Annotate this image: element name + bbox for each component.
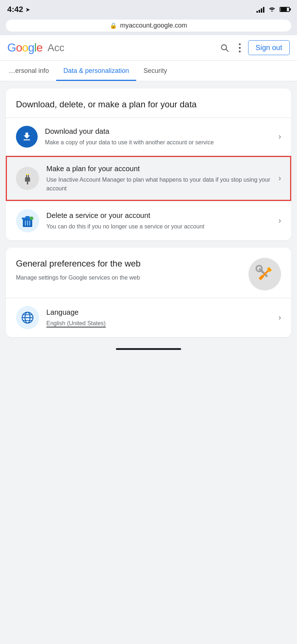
language-item[interactable]: Language English (United States) › [6,298,291,337]
svg-point-4 [239,47,240,49]
download-icon [16,126,38,148]
lock-icon: 🔒 [110,22,117,29]
download-data-content: Download your data Make a copy of your d… [45,127,271,147]
status-time: 4:42 ➤ [7,5,30,14]
language-value: English (United States) [46,319,271,328]
svg-point-5 [239,50,240,52]
data-management-card: Download, delete, or make a plan for you… [6,88,291,240]
data-card-title: Download, delete, or make a plan for you… [6,88,291,117]
logo-e: e [36,41,42,54]
preferences-card: General preferences for the web Manage s… [6,248,291,337]
url-text: myaccount.google.com [120,22,187,29]
tab-personal-info[interactable]: …ersonal info [1,61,56,81]
sign-out-button[interactable]: Sign out [248,40,290,55]
svg-rect-10 [26,174,27,175]
logo-o1: o [16,41,22,54]
delete-service-title: Delete a service or your account [46,211,271,220]
navigation-tabs: …ersonal info Data & personalization Sec… [0,61,297,81]
make-plan-item[interactable]: Make a plan for your account Use Inactiv… [6,156,291,201]
make-plan-desc: Use Inactive Account Manager to plan wha… [46,176,271,193]
more-options-button[interactable] [237,41,243,55]
download-data-desc: Make a copy of your data to use it with … [45,138,271,147]
logo-g: G [7,41,16,54]
more-icon [239,43,241,53]
wifi-icon [268,6,276,13]
logo-o2: o [22,41,28,54]
language-chevron-icon: › [279,313,281,322]
svg-point-18 [30,216,33,220]
make-plan-content: Make a plan for your account Use Inactiv… [46,164,271,193]
header-title: Acc [47,42,64,54]
delete-service-item[interactable]: Delete a service or your account You can… [6,201,291,240]
svg-line-2 [226,49,228,51]
svg-point-3 [239,43,240,45]
svg-rect-9 [27,182,28,185]
tab-security[interactable]: Security [136,61,174,81]
language-icon [16,306,39,329]
status-bar: 4:42 ➤ [0,0,297,17]
preferences-icon-wrap [248,258,281,290]
delete-service-content: Delete a service or your account You can… [46,211,271,231]
home-indicator [116,348,181,350]
google-logo: Google [7,41,42,54]
signal-strength-icon [256,6,264,13]
pref-text: General preferences for the web Manage s… [16,258,241,282]
delete-service-desc: You can do this if you no longer use a s… [46,222,271,231]
make-plan-chevron-icon: › [279,174,281,183]
pref-header: General preferences for the web Manage s… [6,248,291,298]
download-data-item[interactable]: Download your data Make a copy of your d… [6,118,291,156]
bottom-bar [0,344,297,357]
main-content: Download, delete, or make a plan for you… [0,81,297,344]
delete-chevron-icon: › [279,216,281,226]
url-bar-inner[interactable]: 🔒 myaccount.google.com [6,20,291,32]
search-button[interactable] [218,41,231,55]
plan-icon [16,167,39,190]
pref-title: General preferences for the web [16,258,241,269]
location-icon: ➤ [25,6,30,13]
delete-icon [16,209,39,232]
tools-icon [254,263,276,285]
svg-rect-6 [25,177,30,182]
download-data-title: Download your data [45,127,271,136]
time-display: 4:42 [7,5,23,14]
globe-icon [21,311,34,324]
language-content: Language English (United States) [46,307,271,328]
svg-rect-11 [28,174,29,175]
svg-rect-14 [25,216,30,218]
svg-point-0 [271,11,273,12]
app-header: Google Acc Sign out [0,35,297,61]
search-icon [220,43,229,53]
tab-data-personalization[interactable]: Data & personalization [56,61,136,81]
battery-icon [280,7,290,12]
make-plan-title: Make a plan for your account [46,164,271,173]
logo-g2: g [28,41,34,54]
language-title: Language [46,307,271,317]
pref-desc: Manage settings for Google services on t… [16,273,241,282]
status-icons [256,6,290,13]
download-chevron-icon: › [279,132,281,141]
url-bar[interactable]: 🔒 myaccount.google.com [0,17,297,35]
